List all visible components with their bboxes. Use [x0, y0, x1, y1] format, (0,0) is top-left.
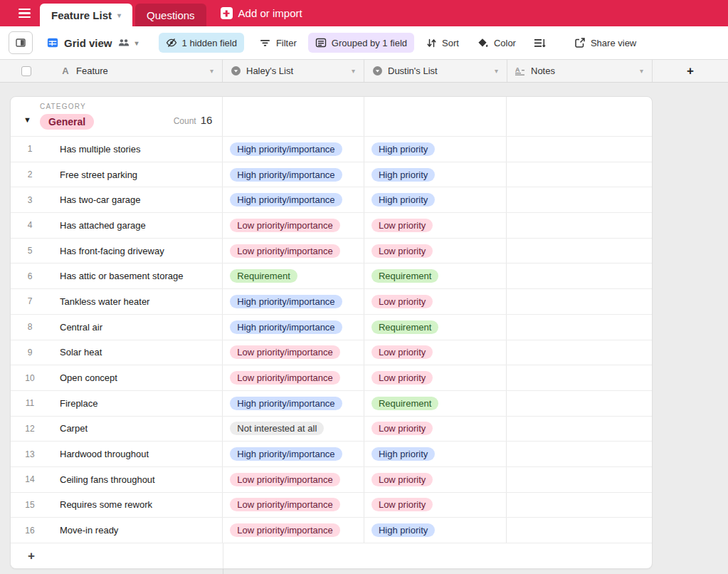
select-pill[interactable]: Low priority: [371, 219, 433, 232]
notes-cell[interactable]: [507, 391, 652, 416]
select-pill[interactable]: Not interested at all: [230, 422, 324, 435]
select-pill[interactable]: Low priority/importance: [230, 523, 339, 537]
haley-cell[interactable]: Low priority/importance: [223, 493, 364, 518]
row-height-button[interactable]: [527, 33, 553, 53]
select-pill[interactable]: Low priority: [371, 371, 433, 385]
select-pill[interactable]: Requirement: [230, 269, 297, 283]
chevron-down-icon[interactable]: ▾: [117, 11, 121, 19]
haley-cell[interactable]: High priority/importance: [223, 187, 364, 212]
select-pill[interactable]: Low priority/importance: [230, 345, 339, 359]
notes-cell[interactable]: [507, 340, 652, 365]
haley-cell[interactable]: High priority/importance: [223, 442, 364, 466]
select-pill[interactable]: Requirement: [371, 320, 438, 334]
feature-cell[interactable]: 11 Fireplace: [11, 391, 223, 416]
column-header-notes[interactable]: A Notes ▾: [507, 60, 653, 82]
feature-cell[interactable]: 6 Has attic or basement storage: [11, 263, 223, 288]
select-pill[interactable]: Low priority: [371, 473, 433, 486]
color-button[interactable]: Color: [470, 33, 523, 53]
dustin-cell[interactable]: Low priority: [364, 365, 507, 390]
dustin-cell[interactable]: Requirement: [364, 391, 507, 416]
chevron-down-icon[interactable]: ▾: [495, 67, 507, 75]
haley-cell[interactable]: Low priority/importance: [223, 239, 364, 263]
dustin-cell[interactable]: High priority: [364, 518, 507, 543]
notes-cell[interactable]: [507, 289, 652, 314]
dustin-cell[interactable]: Requirement: [364, 315, 507, 340]
add-record-plus-icon[interactable]: +: [28, 549, 35, 563]
select-pill[interactable]: High priority/importance: [230, 168, 342, 182]
select-pill[interactable]: High priority: [371, 447, 435, 461]
select-pill[interactable]: Low priority: [371, 498, 433, 511]
select-pill[interactable]: Low priority: [371, 295, 433, 308]
select-pill[interactable]: Requirement: [371, 397, 438, 410]
select-pill[interactable]: Low priority: [371, 422, 433, 435]
column-header-feature[interactable]: A Feature ▾: [0, 60, 223, 82]
sort-button[interactable]: Sort: [418, 33, 466, 53]
select-pill[interactable]: High priority/importance: [230, 142, 342, 156]
dustin-cell[interactable]: Low priority: [364, 213, 507, 238]
notes-cell[interactable]: [507, 263, 652, 288]
tab-feature-list[interactable]: Feature List ▾: [40, 4, 132, 26]
haley-cell[interactable]: High priority/importance: [223, 315, 364, 340]
select-pill[interactable]: High priority: [371, 142, 435, 156]
select-pill[interactable]: Low priority: [371, 345, 433, 359]
dustin-cell[interactable]: Low priority: [364, 467, 507, 492]
view-switcher[interactable]: Grid view ▾: [47, 37, 139, 49]
select-pill[interactable]: Low priority/importance: [230, 498, 339, 511]
toggle-view-sidebar-button[interactable]: [9, 31, 33, 54]
notes-cell[interactable]: [507, 467, 652, 492]
chevron-down-icon[interactable]: ▾: [135, 39, 139, 47]
dustin-cell[interactable]: High priority: [364, 162, 507, 187]
add-record-row[interactable]: +: [11, 543, 652, 568]
share-view-button[interactable]: Share view: [567, 33, 643, 53]
select-pill[interactable]: Low priority/importance: [230, 219, 339, 232]
dustin-cell[interactable]: Low priority: [364, 289, 507, 314]
hamburger-menu-icon[interactable]: [9, 0, 40, 26]
haley-cell[interactable]: Not interested at all: [223, 417, 364, 442]
feature-cell[interactable]: 2 Free street parking: [11, 162, 223, 187]
select-pill[interactable]: High priority/importance: [230, 320, 342, 334]
chevron-down-icon[interactable]: ▾: [352, 67, 364, 75]
dustin-cell[interactable]: High priority: [364, 442, 507, 466]
notes-cell[interactable]: [507, 315, 652, 340]
select-pill[interactable]: High priority/importance: [230, 295, 342, 308]
notes-cell[interactable]: [507, 213, 652, 238]
notes-cell[interactable]: [507, 239, 652, 263]
hidden-fields-button[interactable]: 1 hidden field: [159, 33, 244, 53]
haley-cell[interactable]: High priority/importance: [223, 391, 364, 416]
tab-questions[interactable]: Questions: [135, 4, 206, 26]
dustin-cell[interactable]: Low priority: [364, 239, 507, 263]
dustin-cell[interactable]: High priority: [364, 137, 507, 162]
group-button[interactable]: Grouped by 1 field: [308, 33, 414, 53]
feature-cell[interactable]: 13 Hardwood throughout: [11, 442, 223, 466]
chevron-down-icon[interactable]: ▾: [210, 67, 222, 75]
notes-cell[interactable]: [507, 187, 652, 212]
haley-cell[interactable]: Low priority/importance: [223, 340, 364, 365]
haley-cell[interactable]: Low priority/importance: [223, 467, 364, 492]
feature-cell[interactable]: 8 Central air: [11, 315, 223, 340]
filter-button[interactable]: Filter: [253, 33, 304, 53]
group-value-pill[interactable]: General: [40, 114, 94, 130]
feature-cell[interactable]: 9 Solar heat: [11, 340, 223, 365]
notes-cell[interactable]: [507, 417, 652, 442]
feature-cell[interactable]: 12 Carpet: [11, 417, 223, 442]
collapse-group-icon[interactable]: ▼: [23, 115, 31, 124]
column-header-dustins-list[interactable]: Dustin's List ▾: [364, 60, 507, 82]
notes-cell[interactable]: [507, 442, 652, 466]
select-pill[interactable]: High priority/importance: [230, 193, 342, 207]
dustin-cell[interactable]: Low priority: [364, 417, 507, 442]
feature-cell[interactable]: 15 Requires some rework: [11, 493, 223, 518]
select-pill[interactable]: High priority: [371, 193, 435, 207]
select-pill[interactable]: Low priority/importance: [230, 473, 339, 486]
column-header-haleys-list[interactable]: Haley's List ▾: [223, 60, 364, 82]
haley-cell[interactable]: High priority/importance: [223, 289, 364, 314]
feature-cell[interactable]: 16 Move-in ready: [11, 518, 223, 543]
dustin-cell[interactable]: Low priority: [364, 493, 507, 518]
add-column-button[interactable]: +: [653, 60, 728, 82]
dustin-cell[interactable]: High priority: [364, 187, 507, 212]
select-all-checkbox[interactable]: [21, 66, 31, 76]
haley-cell[interactable]: Requirement: [223, 263, 364, 288]
dustin-cell[interactable]: Requirement: [364, 263, 507, 288]
notes-cell[interactable]: [507, 493, 652, 518]
select-pill[interactable]: High priority: [371, 523, 435, 537]
chevron-down-icon[interactable]: ▾: [640, 67, 652, 75]
